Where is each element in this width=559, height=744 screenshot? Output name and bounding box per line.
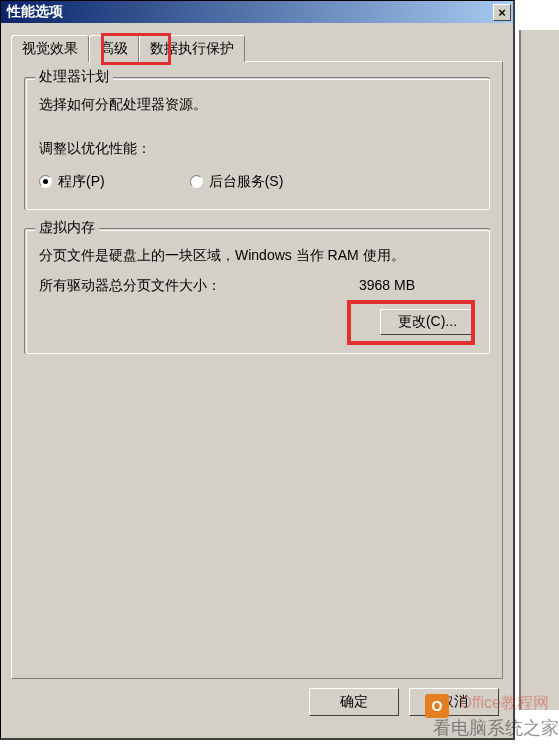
vm-total-label: 所有驱动器总分页文件大小： xyxy=(39,277,221,295)
tab-strip: 视觉效果 高级 数据执行保护 xyxy=(11,35,503,62)
radio-icon xyxy=(190,175,203,188)
adjust-label: 调整以优化性能： xyxy=(39,137,475,161)
change-button[interactable]: 更改(C)... xyxy=(380,309,475,335)
window-title: 性能选项 xyxy=(3,3,63,21)
virtual-memory-group: 虚拟内存 分页文件是硬盘上的一块区域，Windows 当作 RAM 使用。 所有… xyxy=(24,228,490,355)
ok-button[interactable]: 确定 xyxy=(309,688,399,716)
performance-options-window: 性能选项 × 视觉效果 高级 数据执行保护 处理器计划 选择如何分配处理器资源。… xyxy=(0,0,515,740)
vm-desc: 分页文件是硬盘上的一块区域，Windows 当作 RAM 使用。 xyxy=(39,244,475,268)
tabs-container: 视觉效果 高级 数据执行保护 处理器计划 选择如何分配处理器资源。 调整以优化性… xyxy=(1,23,513,680)
close-icon: × xyxy=(498,5,506,20)
tab-dep[interactable]: 数据执行保护 xyxy=(139,35,245,62)
tab-content-advanced: 处理器计划 选择如何分配处理器资源。 调整以优化性能： 程序(P) 后台服务(S… xyxy=(11,61,503,679)
radio-icon xyxy=(39,175,52,188)
close-button[interactable]: × xyxy=(493,4,511,21)
radio-background-services[interactable]: 后台服务(S) xyxy=(190,173,284,191)
processor-desc: 选择如何分配处理器资源。 xyxy=(39,93,475,117)
vm-legend: 虚拟内存 xyxy=(35,219,99,237)
processor-legend: 处理器计划 xyxy=(35,68,113,86)
radio-programs-label: 程序(P) xyxy=(58,173,105,191)
adjacent-window-edge xyxy=(519,30,559,710)
titlebar: 性能选项 × xyxy=(1,1,513,23)
vm-total-value: 3968 MB xyxy=(359,277,415,295)
dialog-button-row: 确定 取消 xyxy=(1,688,513,716)
tab-visual-effects[interactable]: 视觉效果 xyxy=(11,35,89,62)
tab-advanced[interactable]: 高级 xyxy=(89,35,139,63)
radio-programs[interactable]: 程序(P) xyxy=(39,173,105,191)
cancel-button[interactable]: 取消 xyxy=(409,688,499,716)
radio-background-label: 后台服务(S) xyxy=(209,173,284,191)
processor-scheduling-group: 处理器计划 选择如何分配处理器资源。 调整以优化性能： 程序(P) 后台服务(S… xyxy=(24,77,490,210)
